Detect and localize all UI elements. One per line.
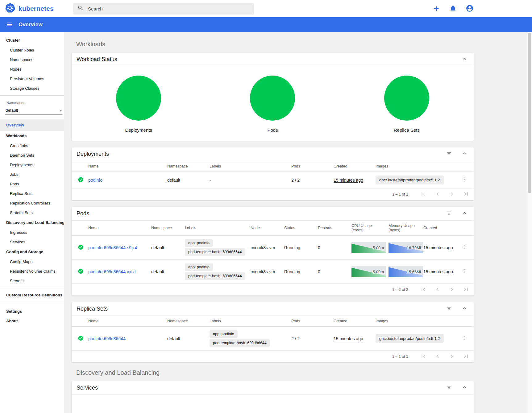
filter-icon	[446, 210, 452, 217]
next-page-button[interactable]	[448, 286, 455, 293]
sidebar-item-jobs[interactable]: Jobs	[0, 170, 64, 179]
sidebar-item-pods[interactable]: Pods	[0, 179, 64, 189]
sidebar-item-ingresses[interactable]: Ingresses	[0, 228, 64, 237]
collapse-button[interactable]	[461, 384, 468, 392]
cell-images: ghcr.io/stefanprodan/podinfo:5.1.2	[373, 327, 456, 351]
replica-sets-donut-chart	[384, 76, 429, 121]
add-resource-button[interactable]: +	[432, 4, 441, 13]
previous-page-button[interactable]	[434, 286, 441, 293]
sidebar-item-custom-resource-definitions[interactable]: Custom Resource Definitions	[0, 290, 64, 300]
sidebar-item-namespaces[interactable]: Namespaces	[0, 55, 64, 64]
next-page-button[interactable]	[448, 191, 455, 198]
card-title: Workload Status	[77, 56, 117, 63]
first-page-button[interactable]	[420, 353, 427, 360]
cpu-sparkline-chart: 5.00m	[351, 242, 386, 253]
filter-button[interactable]	[445, 305, 453, 313]
sidebar-item-config-maps[interactable]: Config Maps	[0, 257, 64, 266]
check-circle-icon	[78, 270, 84, 275]
scrollbar-thumb[interactable]	[528, 33, 531, 193]
chevron-up-icon	[461, 210, 468, 217]
chevron-up-icon	[461, 384, 468, 392]
column-header: Memory Usage (bytes)	[386, 221, 421, 236]
namespace-select[interactable]: default ▾	[5, 106, 62, 115]
sidebar-item-replica-sets[interactable]: Replica Sets	[0, 189, 64, 198]
row-menu-button[interactable]	[461, 244, 467, 251]
filter-button[interactable]	[445, 210, 453, 217]
pods-donut-chart	[250, 76, 295, 121]
first-page-button[interactable]	[420, 286, 427, 293]
collapse-button[interactable]	[461, 210, 468, 217]
resource-link[interactable]: podinfo	[88, 178, 102, 183]
collapse-button[interactable]	[461, 305, 468, 313]
deployments-card: Deployments	[72, 147, 474, 200]
notifications-button[interactable]	[449, 4, 457, 13]
sidebar-header-workloads[interactable]: Workloads	[0, 131, 64, 141]
row-menu-button[interactable]	[461, 177, 467, 183]
last-page-button[interactable]	[463, 353, 469, 360]
collapse-button[interactable]	[461, 56, 468, 63]
sidebar-item-settings[interactable]: Settings	[0, 307, 64, 316]
sidebar-item-secrets[interactable]: Secrets	[0, 276, 64, 286]
sidebar-item-overview[interactable]: Overview	[0, 119, 64, 131]
previous-page-button[interactable]	[434, 191, 441, 198]
sidebar-divider	[0, 302, 64, 302]
sidebar-item-about[interactable]: About	[0, 316, 64, 326]
cell-labels: app: podinfo pod-template-hash: 699d8664…	[207, 327, 289, 351]
sidebar-header-config[interactable]: Config and Storage	[0, 247, 64, 257]
column-header: Created	[421, 221, 456, 236]
filter-button[interactable]	[445, 384, 453, 392]
sidebar-item-cron-jobs[interactable]: Cron Jobs	[0, 141, 64, 151]
sidebar-item-persistent-volume-claims[interactable]: Persistent Volume Claims	[0, 266, 64, 276]
sidebar-header-discovery[interactable]: Discovery and Load Balancing	[0, 217, 64, 228]
sidebar-header-cluster[interactable]: Cluster	[0, 35, 64, 45]
status-cell	[72, 172, 86, 188]
workload-status-charts: Deployments Pods Replica Sets	[72, 66, 474, 141]
user-avatar-icon	[466, 4, 474, 13]
check-circle-icon	[78, 246, 84, 251]
pods-table: Name Namespace Labels Node Status Restar…	[72, 221, 474, 284]
cell-cpu: 5.00m	[349, 260, 386, 284]
paginator: 1 – 2 of 2	[72, 284, 474, 295]
sidebar-item-deployments[interactable]: Deployments	[0, 160, 64, 170]
search-box[interactable]	[73, 3, 254, 14]
created-timestamp: 15 minutes ago	[334, 336, 363, 341]
scrollbar-track[interactable]	[527, 32, 532, 413]
last-page-button[interactable]	[463, 286, 469, 293]
column-header: Created	[331, 316, 373, 327]
sidebar-item-cluster-roles[interactable]: Cluster Roles	[0, 45, 64, 55]
hamburger-menu-button[interactable]	[5, 20, 14, 29]
resource-link[interactable]: podinfo-699d86644-vxfzl	[88, 269, 135, 274]
sidebar-item-services[interactable]: Services	[0, 237, 64, 247]
sidebar-item-replication-controllers[interactable]: Replication Controllers	[0, 198, 64, 208]
namespace-label: Namespace	[0, 98, 64, 105]
account-button[interactable]	[465, 4, 474, 13]
section-title-workloads: Workloads	[76, 41, 525, 48]
row-menu-button[interactable]	[461, 268, 467, 275]
resource-link[interactable]: podinfo-699d86644	[88, 336, 126, 341]
cell-actions	[456, 172, 474, 188]
column-header: Pods	[289, 316, 331, 327]
cell-status: Running	[282, 236, 315, 260]
sidebar-item-stateful-sets[interactable]: Stateful Sets	[0, 208, 64, 217]
appbar: Overview	[0, 17, 532, 32]
search-input[interactable]	[88, 6, 250, 11]
search-icon	[77, 5, 84, 12]
row-menu-button[interactable]	[461, 335, 467, 342]
sidebar-item-persistent-volumes[interactable]: Persistent Volumes	[0, 74, 64, 84]
last-page-button[interactable]	[463, 191, 469, 198]
sidebar-item-storage-classes[interactable]: Storage Classes	[0, 84, 64, 93]
next-page-button[interactable]	[448, 353, 455, 360]
sidebar-item-daemon-sets[interactable]: Daemon Sets	[0, 151, 64, 160]
previous-page-button[interactable]	[434, 353, 441, 360]
column-header-status	[72, 221, 86, 236]
column-header-actions	[456, 161, 474, 172]
label-chip: pod-template-hash: 699d86644	[185, 272, 245, 280]
filter-icon	[446, 384, 452, 391]
filter-button[interactable]	[445, 151, 453, 158]
chevron-up-icon	[461, 150, 468, 158]
collapse-button[interactable]	[461, 151, 468, 158]
resource-link[interactable]: podinfo-699d86644-s9jz4	[88, 245, 137, 250]
sidebar-item-nodes[interactable]: Nodes	[0, 64, 64, 74]
cpu-value: 5.00m	[373, 269, 384, 274]
first-page-button[interactable]	[420, 191, 427, 198]
